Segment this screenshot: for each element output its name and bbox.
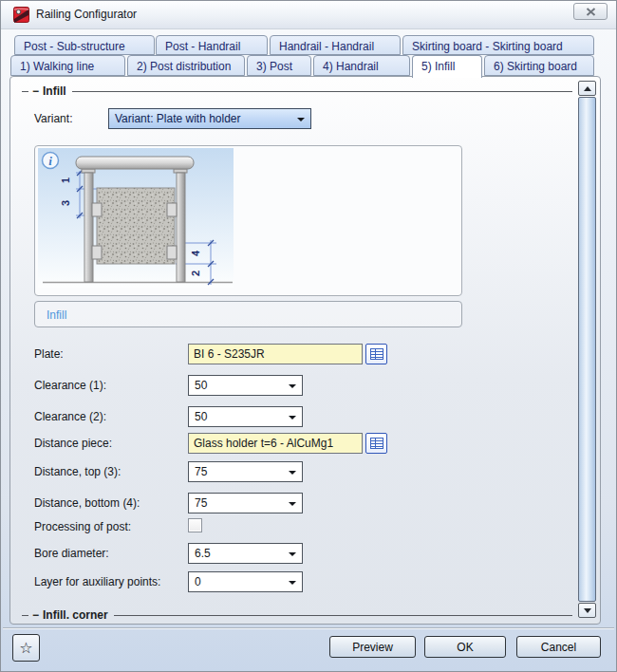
tab-post-substructure[interactable]: Post - Sub-structure — [14, 35, 155, 55]
infill-tab-panel: −Infill Variant: Variant: Plate with hol… — [9, 76, 601, 625]
scroll-down-button[interactable] — [578, 603, 596, 618]
plate-label: Plate: — [34, 347, 64, 361]
tab-skirting-board[interactable]: 6) Skirting board — [484, 55, 594, 76]
group-header-infill-corner: −Infill. corner — [22, 608, 572, 622]
group-line — [22, 615, 28, 616]
info-icon[interactable]: i — [43, 153, 59, 169]
distance-piece-input[interactable] — [188, 433, 363, 454]
distance-piece-lookup-button[interactable] — [365, 433, 387, 454]
processing-of-post-label: Processing of post: — [34, 520, 131, 533]
distance-bottom-value: 75 — [195, 496, 207, 510]
vertical-scrollbar[interactable] — [578, 81, 596, 618]
clearance1-combobox[interactable]: 50 — [188, 375, 303, 396]
variant-label: Variant: — [34, 112, 72, 125]
dim-label-2: 2 — [190, 271, 201, 276]
scrollbar-thumb[interactable] — [578, 97, 596, 602]
group-header-infill: −Infill — [22, 84, 572, 98]
dim-label-1: 1 — [60, 177, 71, 183]
collapse-toggle-infill-corner[interactable]: − — [28, 610, 43, 620]
distance-bottom-label: Distance, bottom (4): — [34, 496, 140, 510]
plate-lookup-button[interactable] — [365, 344, 387, 364]
infill-caption-box: Infill — [34, 301, 462, 327]
chevron-down-icon — [289, 502, 296, 506]
distance-top-combobox[interactable]: 75 — [188, 461, 303, 482]
layer-aux-points-value: 0 — [195, 575, 201, 588]
table-lookup-icon — [370, 438, 383, 449]
tab-handrail[interactable]: 4) Handrail — [313, 55, 410, 76]
star-icon: ☆ — [19, 640, 32, 656]
clearance2-combobox[interactable]: 50 — [188, 406, 303, 427]
group-title-infill: Infill — [43, 84, 66, 98]
distance-bottom-combobox[interactable]: 75 — [188, 493, 303, 513]
close-button[interactable] — [573, 3, 608, 20]
ok-button[interactable]: OK — [424, 636, 506, 658]
group-line — [22, 91, 28, 92]
favorite-button[interactable]: ☆ — [12, 634, 40, 662]
tab-post[interactable]: 3) Post — [247, 55, 311, 76]
variant-value: Variant: Plate with holder — [115, 112, 241, 125]
distance-top-value: 75 — [195, 465, 207, 478]
infill-preview-panel: 1 3 4 2 i — [34, 145, 462, 296]
clearance2-value: 50 — [195, 410, 207, 423]
group-title-infill-corner: Infill. corner — [43, 608, 108, 622]
chevron-down-icon — [289, 471, 296, 475]
infill-caption: Infill — [47, 308, 66, 322]
tab-infill-active[interactable]: 5) Infill — [412, 55, 482, 78]
dim-label-3: 3 — [60, 200, 71, 206]
clearance1-value: 50 — [195, 379, 207, 392]
dim-label-4: 4 — [190, 250, 201, 256]
tab-handrail-handrail[interactable]: Handrail - Handrail — [270, 35, 401, 55]
chevron-down-icon — [297, 118, 305, 121]
bore-diameter-label: Bore diameter: — [34, 547, 109, 560]
footer-divider — [3, 627, 614, 629]
group-line — [72, 91, 572, 92]
preview-button[interactable]: Preview — [329, 636, 416, 658]
clearance2-label: Clearance (2): — [34, 410, 106, 423]
clearance1-label: Clearance (1): — [34, 379, 106, 392]
bore-diameter-combobox[interactable]: 6.5 — [188, 543, 303, 564]
chevron-down-icon — [289, 552, 296, 556]
cancel-button[interactable]: Cancel — [516, 636, 601, 658]
variant-combobox[interactable]: Variant: Plate with holder — [108, 108, 311, 129]
app-logo-icon — [13, 7, 29, 23]
chevron-down-icon — [289, 416, 296, 420]
distance-top-label: Distance, top (3): — [34, 465, 121, 478]
collapse-toggle-infill[interactable]: − — [28, 86, 43, 96]
plate-input[interactable] — [188, 344, 363, 364]
bore-diameter-value: 6.5 — [195, 547, 211, 560]
railing-configurator-dialog: Railing Configurator Post - Sub-structur… — [0, 0, 617, 672]
infill-diagram: 1 3 4 2 i — [38, 148, 235, 293]
triangle-down-icon — [584, 608, 591, 613]
tab-skirting-skirting[interactable]: Skirting board - Skirting board — [402, 35, 594, 55]
chevron-down-icon — [289, 581, 296, 585]
processing-of-post-checkbox[interactable] — [188, 518, 202, 532]
layer-aux-points-label: Layer for auxiliary points: — [34, 575, 160, 588]
tab-walking-line[interactable]: 1) Walking line — [10, 55, 125, 76]
distance-piece-label: Distance piece: — [34, 437, 112, 450]
title-bar[interactable]: Railing Configurator — [1, 1, 616, 29]
svg-text:i: i — [48, 154, 52, 168]
close-icon — [586, 8, 596, 16]
tab-post-handrail[interactable]: Post - Handrail — [156, 35, 268, 55]
layer-aux-points-combobox[interactable]: 0 — [188, 571, 303, 592]
table-lookup-icon — [370, 348, 383, 360]
tab-post-distribution[interactable]: 2) Post distribution — [127, 55, 245, 76]
group-line — [114, 615, 572, 616]
scroll-up-button[interactable] — [578, 81, 596, 96]
window-title: Railing Configurator — [36, 8, 137, 21]
triangle-up-icon — [584, 86, 591, 91]
chevron-down-icon — [289, 384, 296, 388]
